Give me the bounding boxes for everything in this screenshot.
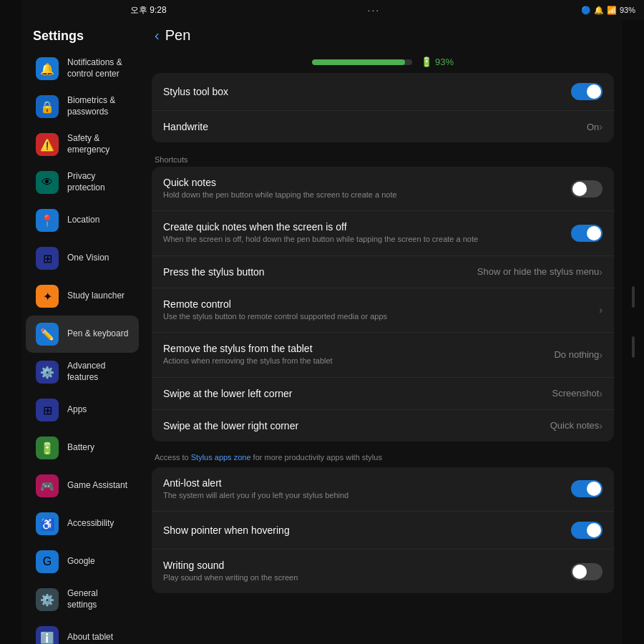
sidebar-item-study-launcher[interactable]: ✦Study launcher: [26, 278, 139, 315]
setting-row-info-anti-lost: Anti-lost alertThe system will alert you…: [163, 477, 571, 501]
sidebar-item-about[interactable]: ℹ️About tablet: [26, 619, 139, 644]
chevron-icon-remove-stylus: ›: [599, 349, 602, 361]
setting-row-info-writing-sound: Writing soundPlay sound when writing on …: [163, 560, 571, 583]
sidebar-item-accessibility[interactable]: ♿Accessibility: [26, 505, 139, 542]
setting-row-title-quick-notes: Quick notes: [163, 177, 564, 188]
toggle-anti-lost[interactable]: [571, 480, 602, 497]
setting-row-desc-writing-sound: Play sound when writing on the screen: [163, 572, 564, 583]
setting-row-info-remote-control: Remote controlUse the stylus button to r…: [163, 298, 599, 322]
sidebar-icon-one-vision: ⊞: [36, 247, 59, 270]
chevron-icon-handwrite: ›: [599, 121, 602, 132]
toggle-knob-writing-sound: [572, 565, 587, 579]
sidebar-icon-study-launcher: ✦: [36, 285, 59, 308]
left-frame: [0, 0, 21, 644]
setting-row-desc-remote-control: Use the stylus button to remote control …: [163, 311, 592, 322]
volume-down-button[interactable]: [632, 336, 635, 358]
sidebar-nav: 🔔Notifications & control center🔒Biometri…: [21, 50, 143, 644]
toggle-knob-anti-lost: [587, 482, 601, 496]
toggle-knob-quick-notes-screen-off: [587, 226, 601, 240]
sidebar-label-notifications: Notifications & control center: [67, 57, 129, 79]
sidebar-label-battery: Battery: [67, 442, 94, 454]
sidebar-item-apps[interactable]: ⊞Apps: [26, 391, 139, 429]
setting-row-title-writing-sound: Writing sound: [163, 560, 564, 571]
battery-icon: 93%: [620, 6, 623, 14]
setting-row-info-swipe-left: Swipe at the lower left corner: [163, 388, 552, 399]
sidebar: Settings 🔔Notifications & control center…: [21, 0, 143, 644]
sidebar-label-apps: Apps: [67, 404, 87, 416]
setting-row-stylus-toolbox[interactable]: Stylus tool box: [152, 73, 614, 111]
sidebar-label-biometrics: Biometrics & passwords: [67, 95, 129, 117]
sidebar-title: Settings: [21, 20, 143, 49]
back-button[interactable]: ‹: [155, 27, 160, 44]
battery-percent-label: 🔋 93%: [421, 57, 454, 67]
volume-up-button[interactable]: [632, 286, 635, 308]
setting-row-title-swipe-left: Swipe at the lower left corner: [163, 388, 545, 399]
sidebar-item-biometrics[interactable]: 🔒Biometrics & passwords: [26, 88, 139, 125]
chevron-icon-remote-control: ›: [599, 304, 602, 316]
setting-row-info-handwrite: Handwrite: [163, 121, 587, 132]
sidebar-item-privacy[interactable]: 👁Privacy protection: [26, 164, 139, 201]
sidebar-item-battery[interactable]: 🔋Battery: [26, 429, 139, 467]
setting-row-value-remove-stylus: Do nothing: [554, 349, 599, 360]
sidebar-item-one-vision[interactable]: ⊞One Vision: [26, 240, 139, 277]
setting-row-remote-control[interactable]: Remote controlUse the stylus button to r…: [152, 288, 614, 333]
chevron-icon-press-stylus: ›: [599, 266, 602, 278]
toggle-stylus-toolbox[interactable]: [571, 83, 602, 100]
battery-fill: [312, 59, 405, 65]
toggle-writing-sound[interactable]: [571, 563, 602, 580]
setting-row-value-press-stylus: Show or hide the stylus menu: [477, 266, 600, 277]
chevron-icon-swipe-right: ›: [599, 420, 602, 431]
setting-row-swipe-left[interactable]: Swipe at the lower left cornerScreenshot…: [152, 378, 614, 410]
setting-row-value-handwrite: On: [587, 122, 599, 132]
toggle-quick-notes-screen-off[interactable]: [571, 225, 602, 242]
setting-row-info-quick-notes: Quick notesHold down the pen button whil…: [163, 177, 571, 200]
setting-row-quick-notes-screen-off[interactable]: Create quick notes when the screen is of…: [152, 211, 614, 255]
stylus-apps-link[interactable]: Stylus apps zone: [191, 453, 251, 462]
setting-card-2: Anti-lost alertThe system will alert you…: [152, 467, 614, 594]
sidebar-item-general[interactable]: ⚙️General settings: [26, 581, 139, 618]
toggle-knob-quick-notes: [572, 182, 587, 196]
setting-row-anti-lost[interactable]: Anti-lost alertThe system will alert you…: [152, 467, 614, 512]
notification-icon: 🔔: [594, 6, 604, 15]
setting-row-title-stylus-toolbox: Stylus tool box: [163, 86, 564, 97]
sidebar-item-advanced[interactable]: ⚙️Advanced features: [26, 353, 139, 391]
status-icons: 🔵 🔔 📶 93%: [581, 6, 623, 15]
setting-row-info-remove-stylus: Remove the stylus from the tabletActions…: [163, 343, 554, 366]
sidebar-icon-pen-keyboard: ✏️: [36, 323, 59, 346]
setting-row-swipe-right[interactable]: Swipe at the lower right cornerQuick not…: [152, 410, 614, 441]
sidebar-icon-privacy: 👁: [36, 171, 59, 194]
setting-row-show-pointer[interactable]: Show pointer when hovering: [152, 512, 614, 550]
battery-emoji: 🔋: [421, 57, 432, 67]
sidebar-label-advanced: Advanced features: [67, 361, 129, 383]
wifi-icon: 📶: [607, 6, 617, 15]
sidebar-item-safety[interactable]: ⚠️Safety & emergency: [26, 126, 139, 163]
sidebar-item-game[interactable]: 🎮Game Assistant: [26, 467, 139, 504]
sidebar-icon-location: 📍: [36, 209, 59, 232]
setting-row-info-press-stylus: Press the stylus button: [163, 266, 477, 278]
status-dots: ···: [368, 4, 381, 16]
toggle-show-pointer[interactable]: [571, 522, 602, 539]
pen-header: ‹ Pen: [143, 20, 623, 51]
page-title: Pen: [165, 27, 191, 44]
setting-row-press-stylus[interactable]: Press the stylus buttonShow or hide the …: [152, 256, 614, 288]
setting-card-0: Stylus tool boxHandwriteOn›: [152, 73, 614, 142]
setting-row-quick-notes[interactable]: Quick notesHold down the pen button whil…: [152, 167, 614, 211]
section-label-1: Shortcuts: [152, 148, 614, 167]
sidebar-label-game: Game Assistant: [67, 480, 127, 492]
sidebar-icon-safety: ⚠️: [36, 133, 59, 156]
setting-row-info-quick-notes-screen-off: Create quick notes when the screen is of…: [163, 221, 571, 245]
bluetooth-icon: 🔵: [581, 6, 591, 15]
sidebar-item-notifications[interactable]: 🔔Notifications & control center: [26, 50, 139, 87]
sidebar-item-location[interactable]: 📍Location: [26, 202, 139, 239]
setting-row-remove-stylus[interactable]: Remove the stylus from the tabletActions…: [152, 333, 614, 377]
toggle-quick-notes[interactable]: [571, 180, 602, 197]
sidebar-label-safety: Safety & emergency: [67, 133, 129, 155]
sidebar-item-google[interactable]: GGoogle: [26, 543, 139, 580]
setting-row-handwrite[interactable]: HandwriteOn›: [152, 111, 614, 142]
setting-row-writing-sound[interactable]: Writing soundPlay sound when writing on …: [152, 550, 614, 593]
setting-row-desc-anti-lost: The system will alert you if you left yo…: [163, 490, 564, 501]
sidebar-item-pen-keyboard[interactable]: ✏️Pen & keyboard: [26, 316, 139, 353]
setting-row-info-swipe-right: Swipe at the lower right corner: [163, 420, 550, 431]
setting-row-title-remote-control: Remote control: [163, 298, 592, 310]
setting-row-title-show-pointer: Show pointer when hovering: [163, 525, 564, 536]
